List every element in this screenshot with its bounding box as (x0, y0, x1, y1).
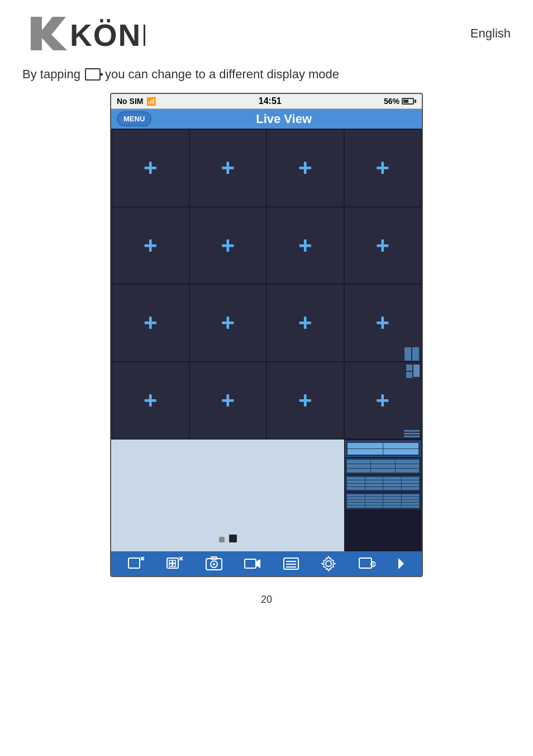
logo: KÖNIG (22, 11, 145, 56)
grid-cell-7[interactable]: + (345, 207, 421, 284)
grid-cell-14[interactable]: + (267, 362, 344, 439)
svg-rect-9 (173, 564, 175, 566)
grid-cell-6[interactable]: + (267, 207, 344, 284)
status-time: 14:51 (259, 96, 282, 106)
display-mode-button[interactable] (359, 556, 375, 571)
snapshot-button[interactable] (206, 556, 222, 571)
page-number: 20 (0, 577, 533, 622)
carrier-label: No SIM (117, 97, 143, 106)
status-left: No SIM 📶 (117, 97, 156, 106)
add-camera-icon-1: + (221, 156, 235, 179)
clear-all-button[interactable] (166, 556, 183, 571)
add-camera-icon-13: + (221, 389, 235, 412)
add-camera-icon-11: + (375, 311, 389, 334)
svg-rect-8 (169, 564, 172, 566)
add-camera-icon-10: + (298, 311, 312, 334)
language-label: English (470, 26, 511, 41)
layout-preview-2x2 (404, 347, 419, 360)
grid-cell-15[interactable]: + (345, 362, 421, 439)
layout-option-16[interactable] (345, 475, 421, 492)
layout-selector-panel (344, 440, 422, 551)
description-text-after: you can change to a different display mo… (105, 67, 339, 82)
add-camera-icon-8: + (144, 311, 158, 334)
add-camera-icon-15: + (375, 389, 389, 412)
add-camera-icon-7: + (375, 234, 389, 257)
grid-cell-10[interactable]: + (267, 285, 344, 361)
wifi-icon: 📶 (146, 97, 156, 106)
layout-option-4[interactable] (345, 441, 421, 457)
layout-option-20[interactable] (345, 493, 421, 509)
svg-marker-17 (256, 559, 260, 568)
grid-cell-12[interactable]: + (112, 362, 189, 439)
svg-point-26 (372, 564, 374, 565)
bottom-toolbar (111, 551, 422, 576)
add-camera-icon-4: + (144, 234, 158, 257)
konig-logo: KÖNIG (22, 11, 145, 56)
grid-cell-1[interactable]: + (190, 130, 266, 206)
battery-percent: 56% (384, 97, 399, 106)
grid-cell-3[interactable]: + (345, 130, 421, 206)
svg-marker-27 (398, 558, 404, 569)
svg-rect-6 (169, 560, 172, 563)
add-camera-icon-5: + (221, 234, 235, 257)
grid-cell-4[interactable]: + (112, 207, 189, 284)
page-dot-inactive (219, 537, 225, 542)
svg-rect-7 (173, 560, 175, 563)
next-button[interactable] (397, 557, 405, 570)
description-line: By tapping you can change to a different… (0, 62, 533, 93)
grid-cell-13[interactable]: + (190, 362, 266, 439)
layout-option-9[interactable] (345, 458, 421, 474)
battery-icon (402, 98, 416, 105)
add-camera-icon-0: + (144, 156, 158, 179)
pagination-area (111, 440, 344, 551)
list-button[interactable] (283, 557, 299, 570)
page-dot-active (229, 535, 237, 542)
grid-cell-0[interactable]: + (112, 130, 189, 206)
svg-text:KÖNIG: KÖNIG (70, 18, 145, 53)
svg-marker-23 (322, 556, 335, 571)
menu-button[interactable]: MENU (117, 111, 151, 126)
header: KÖNIG English (0, 0, 533, 62)
svg-rect-16 (245, 559, 256, 568)
nav-title: Live View (151, 112, 416, 126)
list-lines-preview (404, 430, 420, 437)
add-camera-icon-14: + (298, 389, 312, 412)
add-camera-icon-3: + (375, 156, 389, 179)
add-camera-icon-9: + (221, 311, 235, 334)
description-text-before: By tapping (22, 67, 80, 82)
svg-marker-0 (31, 17, 67, 50)
settings-button[interactable] (321, 556, 336, 571)
record-button[interactable] (244, 557, 261, 570)
svg-point-14 (213, 563, 215, 565)
grid-cell-11[interactable]: + (345, 285, 421, 361)
lower-section (111, 440, 422, 551)
grid-cell-8[interactable]: + (112, 285, 189, 361)
phone-frame: No SIM 📶 14:51 56% MENU Live View + + + (110, 93, 423, 577)
clear-single-button[interactable] (128, 556, 145, 571)
status-bar: No SIM 📶 14:51 56% (111, 94, 422, 109)
camera-grid: + + + + + + + + + + + (111, 129, 422, 440)
svg-rect-2 (129, 558, 140, 568)
svg-point-22 (326, 561, 331, 566)
svg-rect-24 (359, 558, 372, 568)
grid-cell-2[interactable]: + (267, 130, 344, 206)
grid-cell-9[interactable]: + (190, 285, 266, 361)
display-mode-inline-icon (85, 68, 101, 81)
status-right: 56% (384, 97, 416, 106)
grid-cell-5[interactable]: + (190, 207, 266, 284)
add-camera-icon-2: + (298, 156, 312, 179)
layout-preview-split (406, 365, 420, 378)
nav-bar: MENU Live View (111, 109, 422, 129)
add-camera-icon-12: + (144, 389, 158, 412)
add-camera-icon-6: + (298, 234, 312, 257)
